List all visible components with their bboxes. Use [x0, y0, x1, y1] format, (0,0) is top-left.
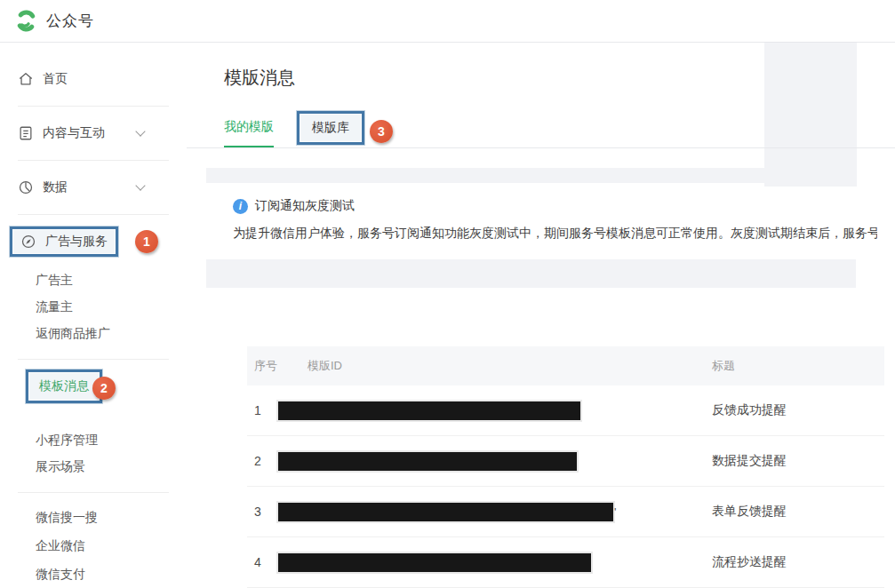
tabs-divider: [187, 147, 895, 148]
sidebar-item-label: 首页: [43, 71, 68, 87]
column-header-index: 序号: [247, 358, 308, 374]
sidebar-item-label: 微信支付: [36, 567, 85, 583]
template-table-card: 序号 模版ID 标题 1 反馈成功提醒 2 数据提交提醒 3 ' 表单反馈提醒 …: [206, 288, 895, 588]
sidebar-item-label: 返佣商品推广: [36, 326, 110, 342]
divider: [18, 106, 169, 107]
compass-icon: [20, 234, 36, 250]
redacted-template-id: [278, 553, 591, 572]
template-title: 流程抄送提醒: [712, 554, 884, 570]
divider: [18, 160, 169, 161]
template-title: 数据提交提醒: [712, 453, 884, 469]
sidebar-item-wecom[interactable]: 企业微信: [0, 532, 187, 560]
info-icon: i: [233, 199, 248, 214]
sidebar-item-label: 小程序管理: [36, 433, 98, 449]
annotation-box-step2: 模板消息: [26, 369, 102, 403]
sidebar-item-display-scene[interactable]: 展示场景: [0, 454, 187, 481]
document-icon: [18, 125, 34, 141]
sidebar-item-wechat-search[interactable]: 微信搜一搜: [0, 504, 187, 532]
step-badge-3: 3: [370, 120, 393, 143]
table-row[interactable]: 4 流程抄送提醒: [247, 537, 884, 588]
divider: [18, 214, 169, 215]
table-row[interactable]: 1 反馈成功提醒: [247, 385, 884, 436]
step-badge-2: 2: [92, 377, 116, 400]
sidebar-item-label: 内容与互动: [43, 125, 105, 141]
sidebar-item-label: 广告与服务: [45, 234, 108, 250]
sidebar-item-miniprogram-mgmt[interactable]: 小程序管理: [0, 427, 187, 454]
section-gap: [206, 168, 856, 183]
sidebar-item-label: 数据: [43, 179, 68, 195]
home-icon: [18, 71, 34, 87]
template-title: 反馈成功提醒: [712, 402, 884, 418]
divider: [18, 359, 169, 360]
id-fragment: ': [614, 505, 616, 519]
column-header-template-id: 模版ID: [308, 358, 712, 374]
sidebar-item-wechat-pay[interactable]: 微信支付: [0, 560, 187, 588]
notice-body: 为提升微信用户体验，服务号订阅通知功能灰度测试中，期间服务号模板消息可正常使用。…: [233, 226, 877, 242]
sidebar: 首页 内容与互动 数据 广告与服务: [0, 43, 187, 588]
sidebar-item-label: 流量主: [36, 299, 73, 315]
table-row[interactable]: 3 ' 表单反馈提醒: [247, 487, 884, 537]
annotation-box-step3: 模版库: [297, 111, 364, 145]
main-content: 模版消息 我的模版 模版库 3 i 订阅通知灰度测试 为提升微信用户体验，服务号…: [187, 43, 895, 588]
app-title: 公众号: [46, 11, 94, 31]
step-badge-1: 1: [135, 230, 158, 253]
notice-card: i 订阅通知灰度测试 为提升微信用户体验，服务号订阅通知功能灰度测试中，期间服务…: [206, 183, 895, 259]
column-header-title: 标题: [712, 358, 884, 374]
table-row[interactable]: 2 数据提交提醒: [247, 436, 884, 487]
template-title: 表单反馈提醒: [712, 504, 884, 520]
tab-my-templates[interactable]: 我的模版: [224, 119, 274, 148]
notice-title: 订阅通知灰度测试: [255, 198, 355, 214]
redacted-template-id: [278, 401, 580, 420]
top-header: 公众号: [0, 0, 895, 43]
redacted-template-id: [278, 452, 577, 471]
sidebar-item-content-interaction[interactable]: 内容与互动: [0, 120, 187, 147]
chevron-down-icon[interactable]: [135, 180, 145, 190]
chevron-down-icon[interactable]: [135, 126, 145, 136]
wechat-official-swirl-icon: [14, 9, 38, 33]
redacted-template-id: [278, 503, 613, 521]
sidebar-item-label: 展示场景: [36, 459, 85, 475]
sidebar-item-advertiser[interactable]: 广告主: [0, 267, 187, 294]
annotation-box-step1: 广告与服务: [10, 226, 118, 257]
sidebar-item-template-message[interactable]: 模板消息 2: [0, 369, 187, 404]
sidebar-item-rebate-promotion[interactable]: 返佣商品推广: [0, 321, 187, 347]
sidebar-item-data[interactable]: 数据: [0, 174, 187, 201]
sidebar-item-traffic-owner[interactable]: 流量主: [0, 294, 187, 321]
sidebar-item-label: 模板消息: [39, 378, 89, 394]
sidebar-item-label: 广告主: [36, 273, 73, 289]
sidebar-item-label: 微信搜一搜: [36, 510, 98, 526]
page-title: 模版消息: [224, 66, 895, 90]
sidebar-item-label: 企业微信: [36, 538, 85, 554]
sidebar-item-ads-services[interactable]: 广告与服务 1: [0, 228, 187, 255]
sidebar-item-home[interactable]: 首页: [0, 66, 187, 92]
pie-clock-icon: [18, 179, 34, 195]
divider: [18, 492, 169, 493]
tab-template-library[interactable]: 模版库: [312, 120, 349, 136]
table-header-row: 序号 模版ID 标题: [247, 346, 884, 385]
section-gap: [206, 259, 856, 288]
